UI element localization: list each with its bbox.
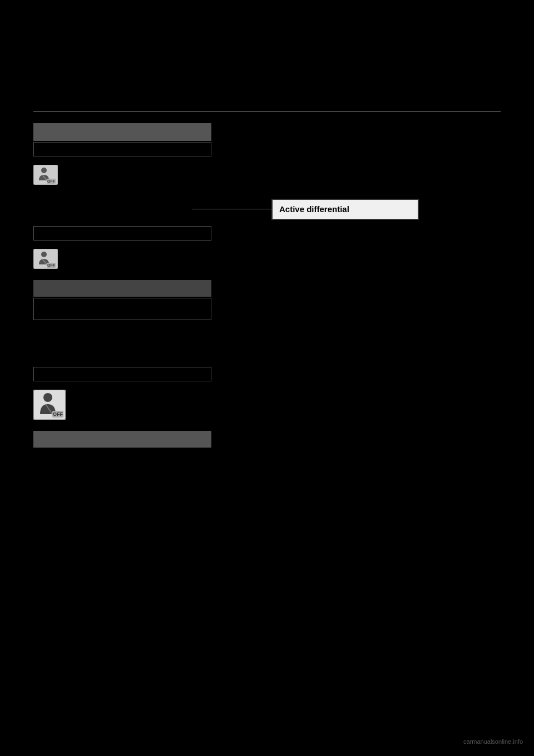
watermark: carmanualsonline.info xyxy=(463,738,523,745)
section-5-header xyxy=(33,431,211,448)
section-2-subtext xyxy=(33,226,211,240)
off-icon-small-1: OFF xyxy=(33,165,58,185)
section-4: OFF xyxy=(33,367,501,448)
section-2: OFF xyxy=(33,226,501,320)
off-icon-large: OFF xyxy=(33,390,66,420)
callout-connector-line xyxy=(192,209,271,209)
section-3-header xyxy=(33,280,211,297)
off-badge-1: OFF xyxy=(33,165,58,187)
svg-point-1 xyxy=(41,168,47,173)
active-differential-callout: Active differential xyxy=(271,199,419,220)
content-area: OFF OFF xyxy=(0,123,534,448)
active-differential-label: Active differential xyxy=(279,204,349,214)
svg-point-6 xyxy=(41,252,47,257)
section-1: OFF xyxy=(33,123,501,218)
section-1-subtext xyxy=(33,142,211,156)
svg-point-11 xyxy=(43,393,52,402)
section-1-header xyxy=(33,123,211,141)
off-icon-small-2: OFF xyxy=(33,249,58,269)
page-container: OFF OFF xyxy=(0,0,534,756)
svg-text:OFF: OFF xyxy=(53,411,63,417)
top-divider xyxy=(33,111,501,112)
svg-text:OFF: OFF xyxy=(47,263,56,267)
section-4-subtext xyxy=(33,367,211,381)
off-badge-2: OFF xyxy=(33,249,58,271)
section-3-subtext xyxy=(33,298,211,320)
svg-text:OFF: OFF xyxy=(47,179,56,183)
off-badge-large: OFF xyxy=(33,390,66,422)
body-text-middle xyxy=(33,328,456,361)
